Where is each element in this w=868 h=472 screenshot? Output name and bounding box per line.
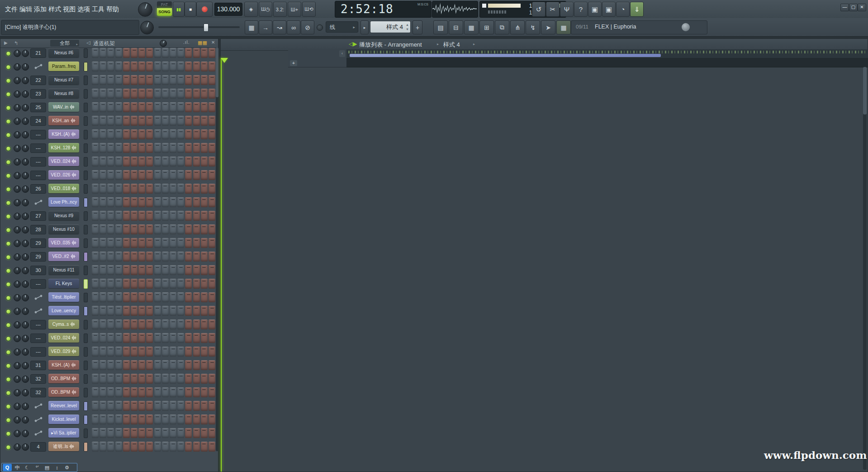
channel-button[interactable]: Nexus #10 <box>48 224 79 234</box>
graph-editor-icon[interactable]: .ıl. <box>183 40 190 45</box>
step-cell[interactable] <box>154 279 161 289</box>
step-cell[interactable] <box>201 374 208 384</box>
channel-pan-knob[interactable] <box>14 430 21 437</box>
step-cell[interactable] <box>100 170 106 180</box>
step-cell[interactable] <box>115 224 122 234</box>
step-cell[interactable] <box>193 360 200 370</box>
channel-volume-knob[interactable] <box>22 281 29 288</box>
snap-knob[interactable] <box>317 24 323 31</box>
step-cell[interactable] <box>138 48 145 58</box>
step-cell[interactable] <box>123 211 130 221</box>
channel-number[interactable]: --- <box>30 334 46 343</box>
step-cell[interactable] <box>185 184 192 194</box>
step-cell[interactable] <box>193 184 200 194</box>
step-cell[interactable] <box>115 415 122 424</box>
step-cell[interactable] <box>146 62 153 72</box>
pattern-stepper[interactable]: ▲▼ <box>406 23 409 32</box>
step-cell[interactable] <box>201 415 208 424</box>
step-cell[interactable] <box>170 211 176 221</box>
step-cell[interactable] <box>92 157 99 167</box>
channel-display-selector[interactable] <box>84 401 88 411</box>
save-new-version-button[interactable]: ▣ <box>602 2 616 17</box>
step-cell[interactable] <box>115 143 122 153</box>
channel-mute-led[interactable] <box>6 51 11 56</box>
step-cell[interactable] <box>185 401 192 411</box>
channel-button[interactable]: KSH..128 <box>48 143 79 153</box>
timeline-ruler[interactable] <box>346 58 868 67</box>
play-icon[interactable]: ▶ <box>4 40 8 45</box>
step-cell[interactable] <box>185 48 192 58</box>
channel-button[interactable]: VED..#2 <box>48 252 79 261</box>
step-cell[interactable] <box>154 129 161 139</box>
channel-pan-knob[interactable] <box>14 281 21 288</box>
step-cell[interactable] <box>162 252 169 262</box>
step-cell[interactable] <box>146 415 153 424</box>
step-cell[interactable] <box>177 360 184 370</box>
step-cell[interactable] <box>123 387 130 397</box>
channel-volume-knob[interactable] <box>22 77 29 84</box>
step-cell[interactable] <box>193 197 200 207</box>
step-cell[interactable] <box>100 129 106 139</box>
step-cell[interactable] <box>162 319 169 329</box>
step-cell[interactable] <box>146 184 153 194</box>
playlist-scrollbar[interactable] <box>863 67 867 470</box>
step-cell[interactable] <box>154 102 161 112</box>
step-cell[interactable] <box>107 143 114 153</box>
step-cell[interactable] <box>209 442 215 452</box>
step-cell[interactable] <box>185 157 192 167</box>
step-cell[interactable] <box>107 265 114 275</box>
step-cell[interactable] <box>123 170 130 180</box>
step-cell[interactable] <box>201 319 208 329</box>
step-cell[interactable] <box>131 360 138 370</box>
step-cell[interactable] <box>177 333 184 343</box>
step-cell[interactable] <box>92 116 99 126</box>
step-cell[interactable] <box>185 428 192 438</box>
step-cell[interactable] <box>201 360 208 370</box>
step-cell[interactable] <box>162 306 169 316</box>
step-cell[interactable] <box>146 75 153 85</box>
step-cell[interactable] <box>115 428 122 438</box>
step-cell[interactable] <box>92 442 99 452</box>
step-cell[interactable] <box>170 319 176 329</box>
channel-display-selector[interactable] <box>84 361 88 370</box>
channel-number[interactable]: --- <box>30 157 46 167</box>
step-cell[interactable] <box>209 224 215 234</box>
step-cell[interactable] <box>138 360 145 370</box>
channel-number[interactable]: 32 <box>30 388 46 397</box>
step-cell[interactable] <box>100 415 106 424</box>
step-cell[interactable] <box>154 401 161 411</box>
step-cell[interactable] <box>131 401 138 411</box>
channel-display-selector[interactable] <box>84 306 88 316</box>
channel-volume-knob[interactable] <box>22 308 29 315</box>
step-cell[interactable] <box>177 252 184 262</box>
step-cell[interactable] <box>131 333 138 343</box>
step-cell[interactable] <box>146 265 153 275</box>
step-cell[interactable] <box>170 401 176 411</box>
step-cell[interactable] <box>100 442 106 452</box>
stop-button[interactable]: ■ <box>185 2 196 17</box>
step-cell[interactable] <box>138 387 145 397</box>
step-cell[interactable] <box>201 184 208 194</box>
step-cell[interactable] <box>115 306 122 316</box>
channel-display-selector[interactable] <box>84 252 88 262</box>
step-cell[interactable] <box>107 170 114 180</box>
step-cell[interactable] <box>185 333 192 343</box>
step-cell[interactable] <box>201 238 208 248</box>
step-cell[interactable] <box>115 116 122 126</box>
step-cell[interactable] <box>193 333 200 343</box>
grouping-icon[interactable]: ▦▦ <box>198 40 207 46</box>
step-cell[interactable] <box>146 306 153 316</box>
step-cell[interactable] <box>115 170 122 180</box>
channel-pan-knob[interactable] <box>14 131 21 138</box>
step-cell[interactable] <box>170 265 176 275</box>
step-cell[interactable] <box>154 238 161 248</box>
channel-button[interactable]: Nexus #11 <box>48 265 79 275</box>
channel-volume-knob[interactable] <box>22 63 29 71</box>
step-cell[interactable] <box>107 428 114 438</box>
snap-selector[interactable]: 线 ▸ <box>326 21 358 33</box>
add-pattern-button[interactable]: Ш+ <box>288 2 301 17</box>
step-cell[interactable] <box>177 157 184 167</box>
step-cell[interactable] <box>170 442 176 452</box>
step-cell[interactable] <box>209 333 215 343</box>
step-cell[interactable] <box>146 157 153 167</box>
